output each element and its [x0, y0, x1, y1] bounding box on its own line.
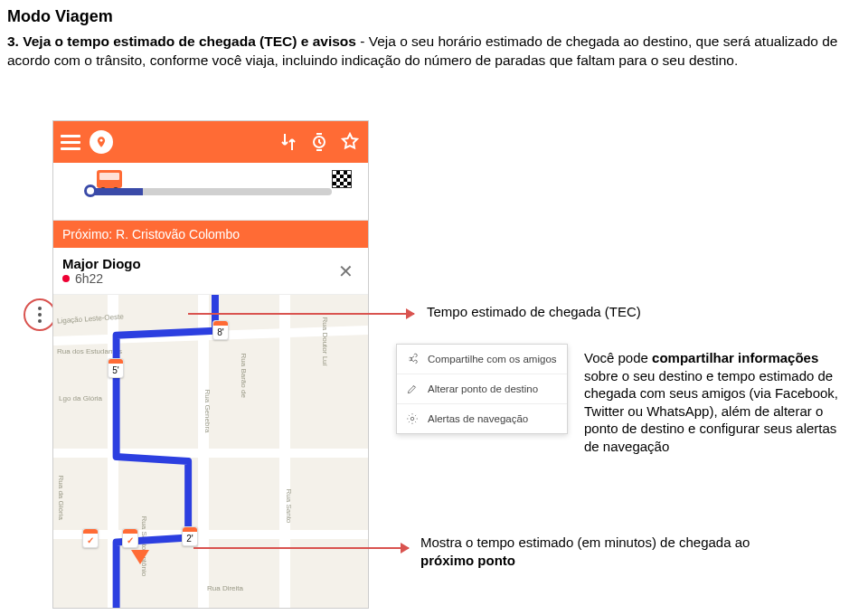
stop-eta: 6h22 [75, 271, 103, 286]
location-pin-icon[interactable] [90, 130, 113, 154]
callout-share: Você pode compartilhar informações sobre… [584, 349, 855, 455]
current-stop-row[interactable]: Major Diogo 6h22 ✕ [53, 248, 368, 295]
bus-icon [97, 170, 122, 188]
watch-icon[interactable] [308, 131, 330, 153]
route-line [53, 295, 368, 608]
svg-point-2 [410, 417, 414, 421]
overflow-menu-button[interactable] [24, 298, 56, 331]
close-icon[interactable]: ✕ [333, 260, 359, 282]
transfer-icon[interactable] [278, 131, 299, 153]
destination-flag-icon [332, 170, 352, 188]
trip-progress-bar [53, 163, 368, 221]
current-position-arrow-icon [131, 550, 149, 564]
menu-item-nav-alerts[interactable]: Alertas de navegação [397, 404, 567, 433]
visited-stop-marker[interactable]: ✓ [122, 528, 138, 548]
eta-bubble[interactable]: 2' [182, 526, 198, 546]
eta-bubble[interactable]: 5' [108, 358, 124, 378]
phone-mockup: Próximo: R. Cristovão Colombo Major Diog… [52, 120, 369, 609]
intro-lead: 3. Veja o tempo estimado de chegada (TEC… [7, 33, 356, 49]
intro-paragraph: 3. Veja o tempo estimado de chegada (TEC… [7, 33, 857, 71]
overflow-menu-popover: Compartilhe com os amigos Alterar ponto … [396, 344, 568, 434]
live-dot-icon [62, 275, 70, 282]
annotation-arrow [193, 547, 409, 549]
app-topbar [53, 121, 368, 163]
menu-item-label: Alertas de navegação [428, 413, 528, 424]
star-icon[interactable] [339, 131, 361, 153]
hamburger-icon[interactable] [61, 135, 80, 150]
callout-next-point: Mostra o tempo estimado (em minutos) de … [420, 534, 800, 569]
annotation-arrow [188, 313, 414, 315]
map-view[interactable]: Ligação Leste-Oeste Rua dos Estudantes L… [53, 295, 368, 609]
next-stop-banner: Próximo: R. Cristovão Colombo [53, 221, 368, 248]
stop-name: Major Diogo [62, 256, 326, 271]
menu-item-label: Alterar ponto de destino [428, 383, 538, 394]
svg-point-0 [100, 139, 103, 142]
page-title: Modo Viagem [7, 7, 113, 26]
eta-bubble[interactable]: 8' [212, 320, 229, 340]
visited-stop-marker[interactable]: ✓ [82, 528, 99, 548]
menu-item-label: Compartilhe com os amigos [428, 354, 557, 364]
menu-item-change-dest[interactable]: Alterar ponto de destino [397, 374, 567, 404]
menu-item-share[interactable]: Compartilhe com os amigos [397, 345, 567, 374]
callout-tec: Tempo estimado de chegada (TEC) [427, 303, 641, 321]
